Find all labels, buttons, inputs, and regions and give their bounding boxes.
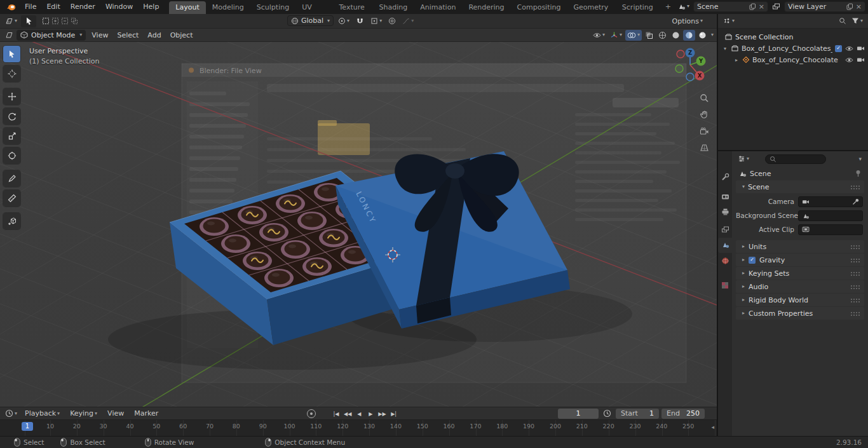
workspace-tab[interactable]: Animation (414, 1, 462, 14)
options-dropdown[interactable]: Options ▾ (670, 16, 705, 27)
tab-texture[interactable] (718, 279, 732, 292)
outliner-row-collection[interactable]: ▾ Box_of_Loncy_Chocolates_O ✓ (718, 43, 868, 54)
workspace-tab[interactable]: UV Editing (295, 1, 332, 14)
tab-output[interactable] (718, 205, 732, 218)
section-checkbox[interactable]: ✓ (749, 257, 756, 264)
workspace-tab[interactable]: Sculpting (250, 1, 295, 14)
tool-cursor[interactable] (3, 65, 20, 82)
gizmo-z-negative[interactable] (686, 73, 694, 81)
disable-render-camera-icon[interactable] (857, 57, 865, 63)
disclosure-triangle-icon[interactable]: ▸ (733, 57, 740, 63)
tool-rotate[interactable] (3, 108, 20, 125)
tool-measure[interactable] (3, 190, 20, 207)
property-section-header[interactable]: ▸ ✓ Units (736, 240, 864, 253)
outliner-editor-type-button[interactable]: ▾ (721, 16, 736, 27)
section-expand-icon[interactable]: ▸ (742, 284, 745, 289)
workspace-tab[interactable]: Layout (169, 1, 205, 14)
tool-add-cube[interactable] (3, 213, 20, 229)
workspace-tab[interactable]: Compositing (511, 1, 567, 14)
property-section-header[interactable]: ▸ ✓ Keying Sets (736, 267, 864, 280)
workspace-tab[interactable]: Geometry Nodes (567, 1, 616, 14)
blender-menu-button[interactable] (3, 0, 20, 14)
object-visibility-dropdown[interactable]: ▾ (591, 30, 607, 41)
section-expand-icon[interactable]: ▸ (742, 297, 745, 302)
frame-end-field[interactable]: End250 (661, 409, 705, 419)
gizmo-x-negative[interactable] (677, 50, 684, 58)
section-grip[interactable] (850, 245, 860, 249)
camera-view-button[interactable] (698, 125, 711, 138)
tool-transform[interactable] (3, 147, 20, 164)
select-extend-icon[interactable] (51, 17, 59, 25)
property-section-header[interactable]: ▸ ✓ Gravity (736, 254, 864, 266)
browse-scene-button[interactable]: ▾ (675, 1, 691, 12)
current-frame-indicator[interactable]: 1 (22, 422, 33, 431)
tab-tool[interactable] (718, 170, 732, 183)
select-subtract-icon[interactable] (61, 17, 69, 25)
section-expand-icon[interactable]: ▸ (742, 271, 745, 276)
add-workspace-button[interactable]: + (661, 0, 675, 14)
remove-view-layer-icon[interactable]: × (856, 3, 862, 10)
keying-menu[interactable]: Keying▾ (65, 407, 102, 420)
current-frame-field[interactable]: 1 (558, 409, 599, 419)
filter-dropdown[interactable]: ▾ (850, 16, 865, 27)
viewport-canvas[interactable]: Blender: File View (0, 42, 717, 407)
menu-item[interactable]: Edit (41, 0, 65, 14)
pivot-point-dropdown[interactable]: ▾ (336, 15, 351, 26)
pin-icon[interactable] (855, 170, 862, 177)
mode-dropdown[interactable]: Object Mode ▾ (17, 30, 86, 41)
properties-search-input[interactable] (765, 154, 826, 164)
view-layer-button[interactable] (770, 1, 782, 12)
collapse-arrow-icon[interactable]: ◂ (711, 424, 714, 430)
menu-item[interactable]: Help (138, 0, 164, 14)
snap-target-dropdown[interactable]: ▾ (369, 15, 384, 26)
pan-button[interactable] (698, 108, 711, 121)
section-grip[interactable] (850, 298, 860, 302)
search-icon[interactable] (839, 17, 846, 25)
viewport-editor-type-button[interactable] (3, 30, 15, 41)
shading-solid-button[interactable] (670, 30, 682, 41)
background-scene-field[interactable] (798, 210, 863, 221)
disable-render-camera-icon[interactable] (857, 45, 865, 51)
zoom-button[interactable] (698, 92, 711, 105)
timeline-ruler[interactable]: 1 10203040506070809010011012013014015016… (0, 419, 717, 436)
tool-annotate[interactable] (3, 170, 20, 187)
frame-start-field[interactable]: Start1 (616, 409, 659, 419)
gizmo-y-negative[interactable] (675, 65, 683, 72)
menu-item[interactable]: Render (65, 0, 100, 14)
shading-options-dropdown[interactable]: ▾ (711, 32, 714, 37)
show-overlays-dropdown[interactable]: ▾ (625, 30, 642, 41)
scene-panel-header[interactable]: ▾ Scene (736, 180, 864, 193)
section-expand-icon[interactable]: ▸ (742, 244, 745, 249)
workspace-tab[interactable]: Modeling (206, 1, 250, 14)
select-intersect-icon[interactable] (71, 17, 78, 25)
shading-rendered-button[interactable] (696, 30, 709, 41)
toggle-ortho-button[interactable] (698, 141, 711, 154)
viewport-menu-item[interactable]: Add (143, 29, 165, 42)
use-preview-range-button[interactable] (601, 408, 613, 419)
viewport-3d[interactable]: Blender: File View (0, 42, 717, 407)
section-expand-icon[interactable]: ▸ (742, 257, 745, 262)
play-button[interactable]: ▶ (365, 409, 376, 419)
active-clip-field[interactable] (798, 224, 863, 235)
new-view-layer-icon[interactable] (846, 3, 853, 10)
disclosure-triangle-icon[interactable]: ▾ (722, 46, 728, 51)
viewport-menu-item[interactable]: View (87, 29, 112, 42)
section-grip[interactable] (850, 311, 860, 316)
menu-item[interactable]: File (20, 0, 41, 14)
hide-eye-icon[interactable] (845, 45, 853, 52)
workspace-tab[interactable]: Shading (373, 1, 414, 14)
viewport-menu-item[interactable]: Object (166, 29, 198, 42)
jump-to-start-button[interactable]: |◀ (331, 409, 341, 419)
snap-toggle-button[interactable] (354, 15, 366, 26)
section-grip[interactable] (850, 258, 860, 262)
timeline-marker-menu[interactable]: Marker (130, 407, 163, 420)
shading-wireframe-button[interactable] (656, 30, 668, 41)
camera-field[interactable] (798, 196, 863, 207)
tab-world[interactable] (718, 254, 732, 267)
panel-expand-icon[interactable]: ▾ (742, 184, 745, 189)
timeline-editor-type-button[interactable]: ▾ (3, 408, 19, 419)
outliner-row-object[interactable]: ▸ Box_of_Loncy_Chocolate (718, 54, 868, 65)
tool-move[interactable] (3, 88, 20, 105)
property-section-header[interactable]: ▸ ✓ Audio (736, 280, 864, 293)
eyedropper-icon[interactable] (852, 198, 859, 205)
